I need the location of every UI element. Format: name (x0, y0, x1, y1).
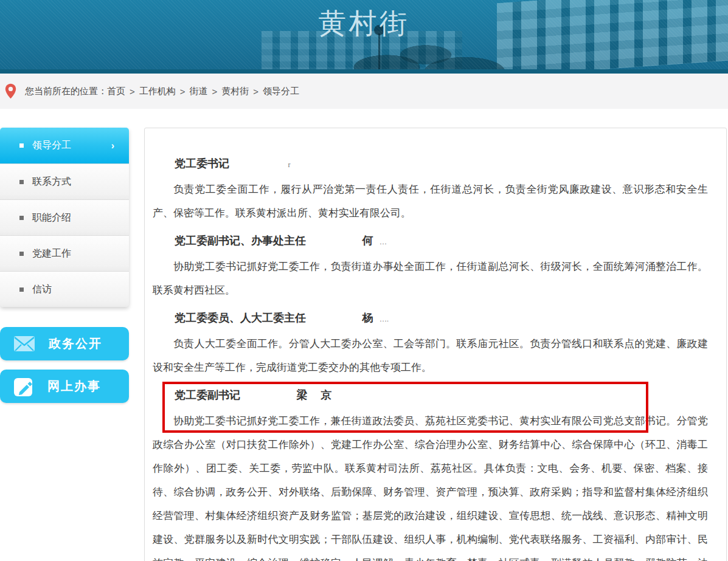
sidebar-item-functions[interactable]: 职能介绍 (0, 199, 129, 235)
edit-icon (13, 376, 34, 397)
mail-icon (13, 336, 35, 352)
sidebar-item-label: 领导分工 (32, 139, 71, 152)
breadcrumb-current: 领导分工 (263, 86, 299, 97)
gov-info-disclosure-button[interactable]: 政务公开 (0, 327, 129, 360)
banner-bottom-strip (0, 69, 728, 74)
section-deputy-secretary-liang-jing: 党工委副书记 梁 京 协助党工委书记抓好党工委工作，兼任街道政法委员、荔苑社区党… (153, 388, 708, 561)
position-title: 党工委副书记、办事处主任 (175, 235, 306, 247)
section-heading: 党工委书记 r (175, 156, 708, 173)
button-label: 网上办事 (47, 378, 101, 394)
section-body: 协助党工委书记抓好党工委工作，负责街道办事处全面工作，任街道副总河长、街级河长，… (153, 255, 708, 302)
sidebar-item-party-building[interactable]: 党建工作 (0, 235, 129, 271)
breadcrumb-home[interactable]: 首页 (107, 86, 125, 97)
breadcrumb-work-orgs[interactable]: 工作机构 (139, 86, 176, 97)
breadcrumb: 您当前所在的位置： 首页 > 工作机构 > 街道 > 黄村街 > 领导分工 (0, 74, 728, 109)
position-title: 党工委书记 (175, 157, 229, 170)
breadcrumb-streets[interactable]: 街道 (190, 86, 208, 97)
breadcrumb-separator: > (130, 86, 135, 97)
chevron-right-icon: › (111, 140, 114, 151)
breadcrumb-separator: > (253, 86, 258, 97)
section-heading: 党工委副书记 梁 京 (175, 388, 708, 404)
section-body: 负责党工委全面工作，履行从严治党第一责任人责任，任街道总河长，负责全街党风廉政建… (153, 177, 708, 225)
section-body: 负责人大工委全面工作。分管人大工委办公室、工会等部门。联系庙元社区。负责分管线口… (153, 332, 708, 379)
content-panel: 党工委书记 r 负责党工委全面工作，履行从严治党第一责任人责任，任街道总河长，负… (144, 128, 727, 561)
officer-name: 何 (362, 235, 375, 247)
section-deputy-secretary-director: 党工委副书记、办事处主任 何 … 协助党工委书记抓好党工委工作，负责街道办事处全… (153, 233, 708, 302)
section-body: 协助党工委书记抓好党工委工作，兼任街道政法委员、荔苑社区党委书记、黄村实业有限公… (153, 409, 708, 561)
sidebar-item-label: 信访 (32, 283, 52, 296)
sidebar-item-contact[interactable]: 联系方式 (0, 163, 129, 199)
officer-name: 杨 (362, 312, 375, 324)
officer-name: 梁 京 (297, 389, 333, 401)
sidebar-item-label: 党建工作 (32, 247, 71, 260)
officer-name-remnant: …. (380, 315, 389, 323)
position-title: 党工委委员、人大工委主任 (175, 312, 306, 324)
sidebar-item-label: 联系方式 (32, 176, 71, 188)
square-bullet-icon (19, 180, 24, 184)
page-banner: 黄村街 (0, 0, 728, 74)
section-party-secretary: 党工委书记 r 负责党工委全面工作，履行从严治党第一责任人责任，任街道总河长，负… (153, 156, 708, 225)
page-title: 黄村街 (0, 5, 728, 43)
square-bullet-icon (19, 143, 24, 148)
sidebar-item-leadership[interactable]: 领导分工 › (0, 128, 129, 163)
square-bullet-icon (19, 252, 24, 256)
officer-name-remnant: … (380, 238, 387, 246)
sidebar-menu: 领导分工 › 联系方式 职能介绍 党建工作 信访 (0, 128, 129, 307)
breadcrumb-separator: > (212, 86, 218, 97)
section-npc-committee-director: 党工委委员、人大工委主任 杨 …. 负责人大工委全面工作。分管人大工委办公室、工… (153, 311, 708, 379)
sidebar-item-label: 职能介绍 (32, 212, 71, 224)
breadcrumb-huangcun[interactable]: 黄村街 (221, 86, 249, 97)
breadcrumb-prefix: 您当前所在的位置： (25, 86, 107, 97)
section-heading: 党工委委员、人大工委主任 杨 …. (175, 311, 708, 327)
square-bullet-icon (19, 216, 24, 220)
button-label: 政务公开 (49, 336, 102, 352)
location-pin-icon (5, 83, 16, 99)
position-title: 党工委副书记 (175, 389, 240, 401)
breadcrumb-separator: > (180, 86, 185, 97)
online-services-button[interactable]: 网上办事 (0, 370, 129, 403)
section-heading: 党工委副书记、办事处主任 何 … (175, 233, 708, 250)
square-bullet-icon (19, 287, 24, 292)
officer-name-remnant: r (288, 160, 291, 169)
sidebar-item-petitions[interactable]: 信访 (0, 271, 129, 307)
sidebar: 领导分工 › 联系方式 职能介绍 党建工作 信访 (0, 128, 129, 403)
